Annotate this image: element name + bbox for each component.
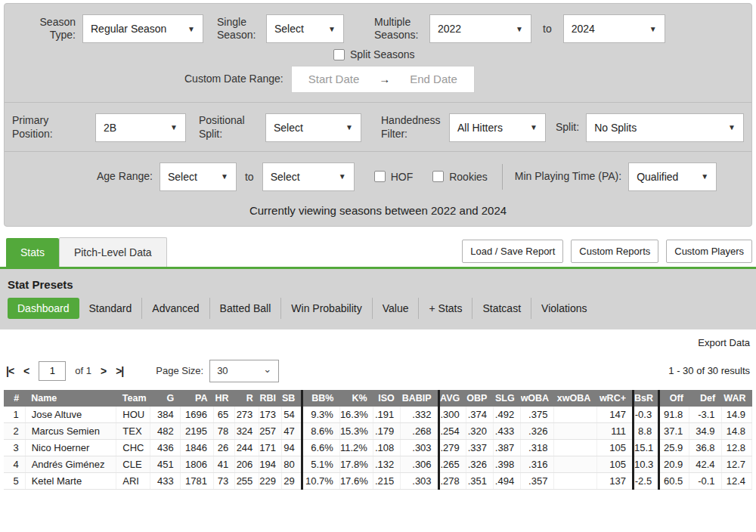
cell-war: 14.8	[721, 422, 751, 439]
stat-presets-panel: Stat Presets DashboardStandardAdvancedBa…	[0, 269, 756, 329]
primary-position-select[interactable]: 2B ▼	[95, 113, 186, 142]
multiple-seasons-from-select[interactable]: 2022 ▼	[429, 14, 531, 43]
cell-avg: .254	[438, 422, 466, 439]
cell-sb: 54	[282, 407, 302, 423]
split-seasons-checkbox[interactable]: Split Seasons	[333, 48, 415, 60]
viewing-note: Currently viewing seasons between 2022 a…	[12, 204, 744, 217]
single-season-select[interactable]: Select ▼	[266, 14, 344, 43]
preset-violations[interactable]: Violations	[531, 298, 596, 319]
age-range-to-value: Select	[271, 171, 300, 183]
cell-team: CLE	[116, 456, 150, 472]
col-header-wrcplus[interactable]: wRC+	[596, 390, 633, 407]
last-page-button[interactable]: >|	[116, 365, 123, 377]
split-select[interactable]: No Splits ▼	[586, 113, 744, 142]
col-header-obp[interactable]: OBP	[466, 390, 493, 407]
checkbox-icon	[432, 171, 444, 182]
export-data-link[interactable]: Export Data	[698, 337, 750, 348]
cell-babip: .303	[401, 439, 438, 456]
export-row: Export Data	[0, 329, 756, 349]
col-header-rank[interactable]: #	[4, 390, 25, 407]
rookies-checkbox[interactable]: Rookies	[432, 171, 488, 183]
preset-value[interactable]: Value	[373, 298, 420, 319]
tab-pitch-level-data[interactable]: Pitch-Level Data	[59, 237, 167, 267]
chevron-down-icon: ▼	[516, 25, 523, 33]
table-row: 1Jose AltuveHOU384169665273173549.3%16.3…	[4, 407, 752, 423]
cell-avg: .279	[438, 439, 466, 456]
handedness-filter-select[interactable]: All Hitters ▼	[449, 113, 546, 142]
preset-dashboard[interactable]: Dashboard	[8, 298, 79, 319]
cell-xwoba	[554, 439, 596, 456]
custom-reports-button[interactable]: Custom Reports	[571, 240, 658, 263]
cell-avg: .300	[438, 407, 466, 423]
col-header-def[interactable]: Def	[689, 390, 721, 407]
col-header-kpct[interactable]: K%	[339, 390, 373, 407]
cell-name[interactable]: Ketel Marte	[25, 472, 116, 489]
cell-rbi: 229	[259, 472, 282, 489]
cell-name[interactable]: Marcus Semien	[25, 422, 116, 439]
col-header-off[interactable]: Off	[659, 390, 689, 407]
age-range-from-value: Select	[168, 171, 197, 183]
cell-rank: 2	[4, 422, 25, 439]
preset-stats[interactable]: + Stats	[419, 298, 472, 319]
first-page-button[interactable]: |<	[6, 365, 14, 377]
season-type-select[interactable]: Regular Season ▼	[82, 14, 203, 43]
prev-page-button[interactable]: <	[23, 365, 29, 377]
preset-advanced[interactable]: Advanced	[142, 298, 209, 319]
chevron-down-icon: ▼	[728, 123, 736, 131]
col-header-war[interactable]: WAR	[721, 390, 751, 407]
col-header-name[interactable]: Name	[25, 390, 116, 407]
col-header-hr[interactable]: HR	[214, 390, 235, 407]
cell-off: 37.1	[659, 422, 689, 439]
cell-team: TEX	[116, 422, 150, 439]
cell-obp: .326	[466, 456, 493, 472]
preset-standard[interactable]: Standard	[79, 298, 143, 319]
col-header-team[interactable]: Team	[116, 390, 150, 407]
col-header-r[interactable]: R	[235, 390, 259, 407]
page-size-select[interactable]: 30 ⌄	[209, 360, 279, 382]
col-header-babip[interactable]: BABIP	[401, 390, 438, 407]
cell-kpct: 17.6%	[339, 472, 373, 489]
cell-war: 12.8	[721, 439, 751, 456]
age-range-to-select[interactable]: Select ▼	[262, 162, 355, 191]
page-number-input[interactable]: 1	[39, 361, 66, 381]
custom-players-button[interactable]: Custom Players	[666, 240, 752, 263]
preset-statcast[interactable]: Statcast	[472, 298, 531, 319]
tab-stats[interactable]: Stats	[6, 238, 59, 267]
preset-batted-ball[interactable]: Batted Ball	[210, 298, 282, 319]
table-row: 2Marcus SemienTEX482219578324257478.6%15…	[4, 422, 752, 439]
cell-kpct: 17.8%	[339, 456, 373, 472]
custom-date-range-label: Custom Date Range:	[184, 73, 284, 86]
col-header-slg[interactable]: SLG	[493, 390, 520, 407]
start-date-input[interactable]: Start Date	[308, 73, 360, 85]
col-header-g[interactable]: G	[150, 390, 180, 407]
col-header-woba[interactable]: wOBA	[521, 390, 554, 407]
col-header-bbpct[interactable]: BB%	[302, 390, 339, 407]
col-header-avg[interactable]: AVG	[438, 390, 466, 407]
cell-bbpct: 6.6%	[302, 439, 339, 456]
cell-r: 255	[235, 472, 259, 489]
end-date-input[interactable]: End Date	[410, 73, 457, 85]
cell-name[interactable]: Jose Altuve	[25, 407, 116, 423]
chevron-down-icon: ▼	[328, 25, 336, 33]
col-header-bsr[interactable]: BsR	[633, 390, 658, 407]
cell-woba: .318	[521, 439, 554, 456]
col-header-rbi[interactable]: RBI	[259, 390, 282, 407]
col-header-pa[interactable]: PA	[180, 390, 213, 407]
cell-name[interactable]: Nico Hoerner	[25, 439, 116, 456]
pagination-bar: |< < 1 of 1 > >| Page Size: 30 ⌄ 1 - 30 …	[0, 349, 756, 390]
age-range-from-select[interactable]: Select ▼	[160, 162, 237, 191]
col-header-xwoba[interactable]: xwOBA	[554, 390, 596, 407]
col-header-iso[interactable]: ISO	[373, 390, 401, 407]
positional-split-select[interactable]: Select ▼	[265, 113, 361, 142]
multiple-seasons-label: Multiple Seasons:	[374, 16, 423, 42]
preset-win-probability[interactable]: Win Probability	[281, 298, 372, 319]
load-save-report-button[interactable]: Load / Save Report	[462, 240, 563, 263]
hof-checkbox[interactable]: HOF	[374, 171, 414, 183]
multiple-seasons-to-select[interactable]: 2024 ▼	[563, 14, 665, 43]
next-page-button[interactable]: >	[101, 365, 106, 377]
cell-babip: .332	[401, 407, 438, 423]
col-header-sb[interactable]: SB	[282, 390, 302, 407]
cell-name[interactable]: Andrés Giménez	[25, 456, 116, 472]
min-playing-time-select[interactable]: Qualified ▼	[628, 162, 717, 191]
page-size-label: Page Size:	[156, 365, 203, 376]
